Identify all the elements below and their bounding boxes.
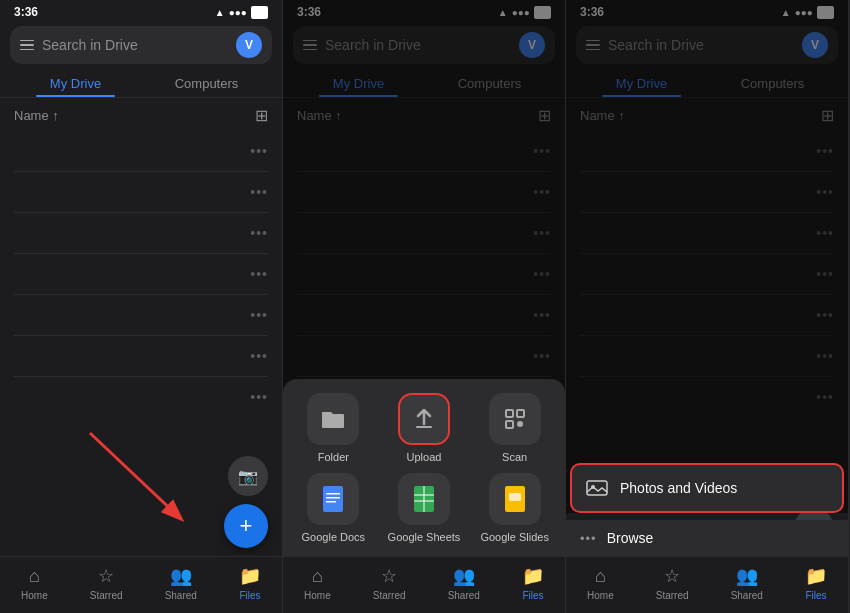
shared-icon-2: 👥 xyxy=(453,565,475,587)
phone-panel-2: 3:36 ▲ ●●● 26 Search in Drive V My Drive… xyxy=(283,0,566,613)
file-header-1: Name ↑ ⊞ xyxy=(0,98,282,131)
more-dots[interactable]: ••• xyxy=(250,307,268,323)
nav-starred-label-1: Starred xyxy=(90,590,123,601)
sheets-icon-wrap xyxy=(398,473,450,525)
bottom-nav-1: ⌂ Home ☆ Starred 👥 Shared 📁 Files xyxy=(0,556,282,613)
popup-upload-item[interactable]: Upload xyxy=(384,393,465,463)
nav-home-label-1: Home xyxy=(21,590,48,601)
avatar-1[interactable]: V xyxy=(236,32,262,58)
dim-overlay-3 xyxy=(566,0,848,513)
star-icon-2: ☆ xyxy=(381,565,397,587)
popup-grid-2: Folder Upload xyxy=(293,393,555,543)
tab-my-drive-1[interactable]: My Drive xyxy=(10,68,141,97)
docs-icon-wrap xyxy=(307,473,359,525)
signal-icon-1: ●●● xyxy=(229,7,247,18)
nav-home-label-2: Home xyxy=(304,590,331,601)
scan-icon-wrap xyxy=(489,393,541,445)
search-placeholder-1: Search in Drive xyxy=(42,37,228,53)
nav-files-label-1: Files xyxy=(239,590,260,601)
nav-starred-3[interactable]: ☆ Starred xyxy=(656,565,689,601)
nav-shared-1[interactable]: 👥 Shared xyxy=(165,565,197,601)
home-icon-3: ⌂ xyxy=(595,566,606,587)
popup-scan-label: Scan xyxy=(502,451,527,463)
phone-panel-3: 3:36 ▲ ●●● 26 Search in Drive V My Drive… xyxy=(566,0,849,613)
sheets-icon xyxy=(412,485,436,513)
nav-starred-label-3: Starred xyxy=(656,590,689,601)
browse-row[interactable]: ••• Browse xyxy=(566,520,848,556)
star-icon-1: ☆ xyxy=(98,565,114,587)
file-row: ••• xyxy=(14,131,268,172)
popup-menu-2: Folder Upload xyxy=(283,379,565,557)
popup-sheets-item[interactable]: Google Sheets xyxy=(384,473,465,543)
popup-slides-item[interactable]: Google Slides xyxy=(474,473,555,543)
folder-icon xyxy=(320,408,346,430)
battery-1: 26 xyxy=(251,6,268,19)
home-icon-2: ⌂ xyxy=(312,566,323,587)
nav-files-3[interactable]: 📁 Files xyxy=(805,565,827,601)
more-dots[interactable]: ••• xyxy=(250,184,268,200)
svg-rect-17 xyxy=(587,481,607,495)
more-dots[interactable]: ••• xyxy=(250,225,268,241)
tab-computers-1[interactable]: Computers xyxy=(141,68,272,97)
nav-shared-label-2: Shared xyxy=(448,590,480,601)
scan-icon xyxy=(502,406,528,432)
home-icon-1: ⌂ xyxy=(29,566,40,587)
fab-add-button-1[interactable]: + xyxy=(224,504,268,548)
status-icons-1: ▲ ●●● 26 xyxy=(215,6,268,19)
popup-docs-item[interactable]: Google Docs xyxy=(293,473,374,543)
file-row: ••• xyxy=(14,172,268,213)
star-icon-3: ☆ xyxy=(664,565,680,587)
docs-icon xyxy=(321,485,345,513)
nav-home-3[interactable]: ⌂ Home xyxy=(587,566,614,601)
svg-rect-16 xyxy=(509,493,521,501)
svg-point-6 xyxy=(517,421,523,427)
file-row: ••• xyxy=(14,254,268,295)
svg-rect-4 xyxy=(517,410,524,417)
tabs-1: My Drive Computers xyxy=(0,68,282,98)
nav-files-label-3: Files xyxy=(805,590,826,601)
nav-shared-3[interactable]: 👥 Shared xyxy=(731,565,763,601)
popup-upload-label: Upload xyxy=(407,451,442,463)
more-dots[interactable]: ••• xyxy=(250,348,268,364)
sort-name-1[interactable]: Name ↑ xyxy=(14,108,59,123)
popup-docs-label: Google Docs xyxy=(302,531,366,543)
svg-rect-5 xyxy=(506,421,513,428)
upload-icon xyxy=(411,406,437,432)
more-dots[interactable]: ••• xyxy=(250,266,268,282)
fab-camera-button-1[interactable]: 📷 xyxy=(228,456,268,496)
folder-icon-wrap xyxy=(307,393,359,445)
photos-row-label: Photos and Videos xyxy=(620,480,737,496)
nav-home-2[interactable]: ⌂ Home xyxy=(304,566,331,601)
nav-files-2[interactable]: 📁 Files xyxy=(522,565,544,601)
slides-icon-wrap xyxy=(489,473,541,525)
files-icon-1: 📁 xyxy=(239,565,261,587)
more-dots[interactable]: ••• xyxy=(250,389,268,405)
nav-starred-2[interactable]: ☆ Starred xyxy=(373,565,406,601)
hamburger-icon-1[interactable] xyxy=(20,40,34,51)
upload-icon-wrap xyxy=(398,393,450,445)
more-dots[interactable]: ••• xyxy=(250,143,268,159)
grid-view-icon-1[interactable]: ⊞ xyxy=(255,106,268,125)
nav-starred-1[interactable]: ☆ Starred xyxy=(90,565,123,601)
nav-shared-2[interactable]: 👥 Shared xyxy=(448,565,480,601)
nav-home-1[interactable]: ⌂ Home xyxy=(21,566,48,601)
svg-rect-9 xyxy=(326,497,340,499)
browse-label: Browse xyxy=(607,530,654,546)
search-bar-1[interactable]: Search in Drive V xyxy=(10,26,272,64)
nav-files-1[interactable]: 📁 Files xyxy=(239,565,261,601)
popup-scan-item[interactable]: Scan xyxy=(474,393,555,463)
file-row: ••• xyxy=(14,377,268,417)
file-row: ••• xyxy=(14,336,268,377)
wifi-icon-1: ▲ xyxy=(215,7,225,18)
nav-home-label-3: Home xyxy=(587,590,614,601)
popup-folder-item[interactable]: Folder xyxy=(293,393,374,463)
photos-and-videos-row[interactable]: Photos and Videos xyxy=(570,463,844,513)
nav-shared-label-3: Shared xyxy=(731,590,763,601)
popup-slides-label: Google Slides xyxy=(480,531,549,543)
files-icon-2: 📁 xyxy=(522,565,544,587)
svg-rect-2 xyxy=(416,426,432,428)
bottom-nav-2: ⌂ Home ☆ Starred 👥 Shared 📁 Files xyxy=(283,556,565,613)
svg-rect-7 xyxy=(323,486,343,512)
nav-shared-label-1: Shared xyxy=(165,590,197,601)
status-time-1: 3:36 xyxy=(14,5,38,19)
